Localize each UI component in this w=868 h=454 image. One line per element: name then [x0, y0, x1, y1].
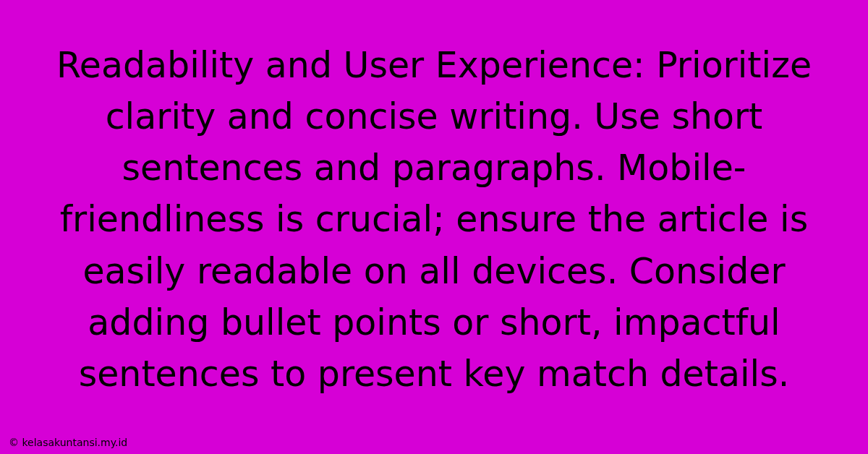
main-text: Readability and User Experience: Priorit…: [29, 40, 839, 399]
content-container: Readability and User Experience: Priorit…: [0, 0, 868, 454]
attribution-text: © kelasakuntansi.my.id: [9, 437, 127, 448]
